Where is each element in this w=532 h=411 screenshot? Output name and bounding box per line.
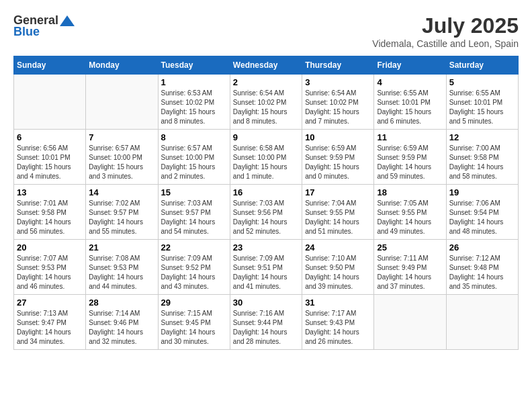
- calendar-cell: 9Sunrise: 6:58 AM Sunset: 10:00 PM Dayli…: [230, 130, 302, 185]
- day-info: Sunrise: 6:54 AM Sunset: 10:02 PM Daylig…: [305, 89, 371, 126]
- calendar-cell: 14Sunrise: 7:02 AM Sunset: 9:57 PM Dayli…: [86, 185, 158, 240]
- day-number: 12: [449, 132, 515, 142]
- logo: General Blue: [13, 13, 76, 39]
- logo-icon: [60, 14, 75, 28]
- weekday-header-thursday: Thursday: [302, 56, 374, 75]
- calendar-cell: 12Sunrise: 7:00 AM Sunset: 9:58 PM Dayli…: [446, 130, 518, 185]
- day-info: Sunrise: 7:00 AM Sunset: 9:58 PM Dayligh…: [449, 144, 515, 181]
- calendar-cell: 22Sunrise: 7:09 AM Sunset: 9:52 PM Dayli…: [158, 240, 230, 295]
- day-number: 14: [89, 187, 154, 197]
- day-number: 25: [377, 242, 443, 253]
- day-number: 20: [17, 242, 83, 253]
- weekday-header-row: SundayMondayTuesdayWednesdayThursdayFrid…: [14, 56, 519, 75]
- title-area: July 2025 Videmala, Castille and Leon, S…: [372, 13, 519, 49]
- day-info: Sunrise: 6:55 AM Sunset: 10:01 PM Daylig…: [449, 89, 515, 126]
- week-row-4: 20Sunrise: 7:07 AM Sunset: 9:53 PM Dayli…: [14, 240, 519, 295]
- day-number: 9: [233, 132, 299, 142]
- logo-blue: Blue: [13, 25, 40, 39]
- day-number: 30: [233, 298, 299, 308]
- day-number: 21: [89, 242, 154, 253]
- calendar-cell: 27Sunrise: 7:13 AM Sunset: 9:47 PM Dayli…: [14, 295, 86, 350]
- day-info: Sunrise: 6:58 AM Sunset: 10:00 PM Daylig…: [233, 144, 299, 181]
- calendar: SundayMondayTuesdayWednesdayThursdayFrid…: [13, 56, 519, 350]
- day-number: 13: [17, 187, 83, 197]
- day-number: 16: [233, 187, 299, 197]
- day-info: Sunrise: 6:55 AM Sunset: 10:01 PM Daylig…: [377, 89, 443, 126]
- day-number: 8: [161, 132, 227, 142]
- day-info: Sunrise: 7:09 AM Sunset: 9:51 PM Dayligh…: [233, 254, 299, 291]
- calendar-cell: 20Sunrise: 7:07 AM Sunset: 9:53 PM Dayli…: [14, 240, 86, 295]
- day-number: 29: [161, 298, 227, 308]
- day-info: Sunrise: 7:14 AM Sunset: 9:46 PM Dayligh…: [89, 309, 154, 347]
- day-info: Sunrise: 7:16 AM Sunset: 9:44 PM Dayligh…: [233, 309, 299, 347]
- day-info: Sunrise: 7:06 AM Sunset: 9:54 PM Dayligh…: [449, 199, 515, 236]
- calendar-cell: 16Sunrise: 7:03 AM Sunset: 9:56 PM Dayli…: [230, 185, 302, 240]
- weekday-header-wednesday: Wednesday: [230, 56, 302, 75]
- day-info: Sunrise: 6:56 AM Sunset: 10:01 PM Daylig…: [17, 144, 83, 181]
- calendar-cell: 29Sunrise: 7:15 AM Sunset: 9:45 PM Dayli…: [158, 295, 230, 350]
- weekday-header-sunday: Sunday: [14, 56, 86, 75]
- day-info: Sunrise: 7:05 AM Sunset: 9:55 PM Dayligh…: [377, 199, 443, 236]
- calendar-cell: 19Sunrise: 7:06 AM Sunset: 9:54 PM Dayli…: [446, 185, 518, 240]
- calendar-cell: 6Sunrise: 6:56 AM Sunset: 10:01 PM Dayli…: [14, 130, 86, 185]
- day-number: 11: [377, 132, 443, 142]
- day-number: 4: [377, 77, 443, 87]
- week-row-2: 6Sunrise: 6:56 AM Sunset: 10:01 PM Dayli…: [14, 130, 519, 185]
- day-info: Sunrise: 7:03 AM Sunset: 9:56 PM Dayligh…: [233, 199, 299, 236]
- calendar-cell: 24Sunrise: 7:10 AM Sunset: 9:50 PM Dayli…: [302, 240, 374, 295]
- day-number: 6: [17, 132, 83, 142]
- day-info: Sunrise: 7:10 AM Sunset: 9:50 PM Dayligh…: [305, 254, 371, 291]
- calendar-cell: [86, 75, 158, 130]
- day-info: Sunrise: 7:11 AM Sunset: 9:49 PM Dayligh…: [377, 254, 443, 291]
- calendar-cell: 30Sunrise: 7:16 AM Sunset: 9:44 PM Dayli…: [230, 295, 302, 350]
- calendar-cell: 1Sunrise: 6:53 AM Sunset: 10:02 PM Dayli…: [158, 75, 230, 130]
- day-info: Sunrise: 7:12 AM Sunset: 9:48 PM Dayligh…: [449, 254, 515, 291]
- day-number: 15: [161, 187, 227, 197]
- location-title: Videmala, Castille and Leon, Spain: [372, 38, 519, 49]
- calendar-cell: 23Sunrise: 7:09 AM Sunset: 9:51 PM Dayli…: [230, 240, 302, 295]
- weekday-header-saturday: Saturday: [446, 56, 518, 75]
- calendar-cell: 31Sunrise: 7:17 AM Sunset: 9:43 PM Dayli…: [302, 295, 374, 350]
- calendar-cell: [374, 295, 446, 350]
- calendar-cell: 25Sunrise: 7:11 AM Sunset: 9:49 PM Dayli…: [374, 240, 446, 295]
- calendar-cell: [446, 295, 518, 350]
- calendar-cell: 17Sunrise: 7:04 AM Sunset: 9:55 PM Dayli…: [302, 185, 374, 240]
- weekday-header-tuesday: Tuesday: [158, 56, 230, 75]
- day-number: 7: [89, 132, 154, 142]
- svg-marker-0: [60, 15, 75, 26]
- day-info: Sunrise: 7:03 AM Sunset: 9:57 PM Dayligh…: [161, 199, 227, 236]
- day-number: 1: [161, 77, 227, 87]
- calendar-cell: 5Sunrise: 6:55 AM Sunset: 10:01 PM Dayli…: [446, 75, 518, 130]
- day-number: 24: [305, 242, 371, 253]
- calendar-cell: 13Sunrise: 7:01 AM Sunset: 9:58 PM Dayli…: [14, 185, 86, 240]
- day-info: Sunrise: 7:02 AM Sunset: 9:57 PM Dayligh…: [89, 199, 154, 236]
- day-info: Sunrise: 7:04 AM Sunset: 9:55 PM Dayligh…: [305, 199, 371, 236]
- day-number: 17: [305, 187, 371, 197]
- calendar-cell: 7Sunrise: 6:57 AM Sunset: 10:00 PM Dayli…: [86, 130, 158, 185]
- day-info: Sunrise: 6:59 AM Sunset: 9:59 PM Dayligh…: [305, 144, 371, 181]
- day-info: Sunrise: 6:53 AM Sunset: 10:02 PM Daylig…: [161, 89, 227, 126]
- day-number: 18: [377, 187, 443, 197]
- day-info: Sunrise: 6:57 AM Sunset: 10:00 PM Daylig…: [161, 144, 227, 181]
- day-info: Sunrise: 7:08 AM Sunset: 9:53 PM Dayligh…: [89, 254, 154, 291]
- day-number: 31: [305, 298, 371, 308]
- week-row-1: 1Sunrise: 6:53 AM Sunset: 10:02 PM Dayli…: [14, 75, 519, 130]
- calendar-cell: 10Sunrise: 6:59 AM Sunset: 9:59 PM Dayli…: [302, 130, 374, 185]
- day-number: 23: [233, 242, 299, 253]
- week-row-3: 13Sunrise: 7:01 AM Sunset: 9:58 PM Dayli…: [14, 185, 519, 240]
- calendar-cell: 11Sunrise: 6:59 AM Sunset: 9:59 PM Dayli…: [374, 130, 446, 185]
- day-info: Sunrise: 6:59 AM Sunset: 9:59 PM Dayligh…: [377, 144, 443, 181]
- weekday-header-friday: Friday: [374, 56, 446, 75]
- calendar-cell: 15Sunrise: 7:03 AM Sunset: 9:57 PM Dayli…: [158, 185, 230, 240]
- day-info: Sunrise: 7:15 AM Sunset: 9:45 PM Dayligh…: [161, 309, 227, 347]
- day-info: Sunrise: 7:09 AM Sunset: 9:52 PM Dayligh…: [161, 254, 227, 291]
- calendar-cell: [14, 75, 86, 130]
- day-number: 5: [449, 77, 515, 87]
- weekday-header-monday: Monday: [86, 56, 158, 75]
- day-number: 22: [161, 242, 227, 253]
- day-number: 28: [89, 298, 154, 308]
- month-title: July 2025: [372, 13, 519, 38]
- day-info: Sunrise: 7:13 AM Sunset: 9:47 PM Dayligh…: [17, 309, 83, 347]
- day-info: Sunrise: 7:17 AM Sunset: 9:43 PM Dayligh…: [305, 309, 371, 347]
- day-number: 27: [17, 298, 83, 308]
